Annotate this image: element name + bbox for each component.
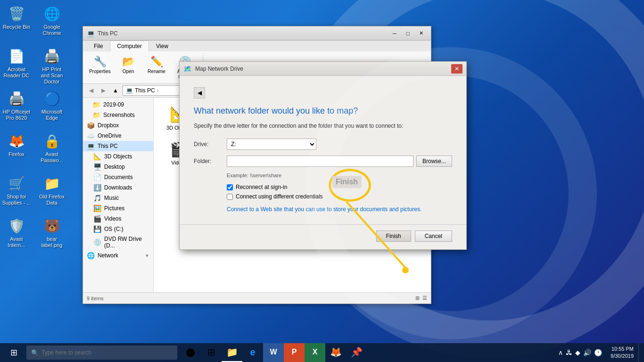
maximize-button[interactable]: □ — [402, 29, 414, 38]
web-link-row: Connect to a Web site that you can use t… — [227, 205, 452, 213]
folder-icon-screenshots: 📁 — [92, 111, 100, 119]
sidebar-item-network[interactable]: 🌐 Network ▼ — [83, 250, 153, 261]
dropbox-icon: 📦 — [87, 122, 95, 129]
desktop-icon-avast-internet[interactable]: 🛡️ Avast Intern... — [0, 214, 33, 257]
desktop-icon-avast[interactable]: 🔒 Avast Passwo... — [35, 130, 68, 172]
dialog-subtext: Specify the drive letter for the connect… — [194, 123, 452, 129]
file-item-pictures[interactable]: 🖼️ Pictures — [385, 102, 426, 133]
ribbon-btn-rename[interactable]: ✏️ Rename — [143, 53, 170, 76]
sidebar-item-documents[interactable]: 📄 Documents — [83, 172, 153, 182]
sidebar-item-music[interactable]: 🎵 Music — [83, 193, 153, 203]
dialog-footer: Finish Cancel — [180, 224, 466, 249]
folder-form-row: Folder: Browse... — [194, 156, 452, 167]
web-site-link[interactable]: Connect to a Web site that you can use t… — [227, 206, 421, 213]
drive-select[interactable]: Z: Y: X: — [227, 139, 316, 150]
taskbar-word[interactable]: W — [263, 343, 284, 362]
sidebar-item-dropbox[interactable]: 📦 Dropbox — [83, 120, 153, 131]
desktop-icon-shop[interactable]: 🛒 Shop for Supplies - ... — [0, 172, 33, 214]
taskbar-firefox[interactable]: 🦊 — [325, 343, 346, 362]
folder-input[interactable] — [227, 156, 413, 167]
onedrive-icon: ☁️ — [87, 132, 95, 140]
folder-icon-2019: 📁 — [92, 101, 100, 108]
desktop-icon-chrome[interactable]: 🌐 Google Chrome — [35, 2, 68, 45]
ribbon-tab-computer[interactable]: Computer — [110, 41, 149, 51]
edge-icon: 🔵 — [42, 89, 61, 108]
tray-chevron[interactable]: ∧ — [558, 349, 563, 356]
tray-dropbox-icon[interactable]: ◆ — [575, 349, 580, 356]
os-c-icon: 💾 — [93, 225, 101, 233]
finish-ghost-label: Finish — [332, 176, 362, 188]
desktop-icon-acrobat[interactable]: 📄 Acrobat Reader DC — [0, 45, 33, 87]
cancel-button[interactable]: Cancel — [415, 230, 452, 242]
taskbar-cortana[interactable]: ⬤ — [180, 343, 201, 362]
map-network-drive-dialog: 🗺️ Map Network Drive ✕ ◀ What network fo… — [179, 61, 467, 250]
dialog-close-button[interactable]: ✕ — [451, 64, 462, 74]
sidebar-item-videos[interactable]: 🎬 Videos — [83, 214, 153, 224]
sidebar-item-3d-objects[interactable]: 📐 3D Objects — [83, 151, 153, 162]
search-input[interactable] — [41, 349, 173, 356]
desktop-icon-nav: 🖥️ — [93, 163, 101, 171]
up-button[interactable]: ▲ — [110, 85, 121, 96]
sidebar: 📁 2019-09 📁 Screenshots 📦 Dropbox ☁️ One… — [83, 98, 154, 292]
list-view-button[interactable]: ⊞ — [415, 295, 420, 301]
show-desktop-button[interactable] — [638, 343, 642, 362]
browse-button[interactable]: Browse... — [416, 156, 452, 167]
sidebar-item-this-pc[interactable]: 💻 This PC — [83, 141, 153, 151]
taskbar-app8[interactable]: 📌 — [346, 343, 367, 362]
status-bar: 9 items ⊞ ☰ — [83, 292, 431, 304]
rename-icon: ✏️ — [150, 56, 163, 68]
desktop-icon-officejet[interactable]: 🖨️ HP Officejet Pro 8620 — [0, 87, 33, 130]
sidebar-item-onedrive[interactable]: ☁️ OneDrive — [83, 131, 153, 141]
sidebar-item-pictures[interactable]: 🖼️ Pictures — [83, 203, 153, 214]
clock[interactable]: 10:55 PM 9/30/2019 — [607, 346, 637, 360]
desktop-icon-edge[interactable]: 🔵 Microsoft Edge — [35, 87, 68, 130]
taskbar-file-explorer[interactable]: 📁 — [222, 343, 242, 362]
ribbon-btn-properties[interactable]: 🔧 Properties — [87, 53, 113, 76]
ribbon-tab-file[interactable]: File — [87, 41, 110, 51]
start-button[interactable]: ⊞ — [2, 343, 25, 362]
officejet-icon: 🖨️ — [7, 89, 26, 108]
dialog-back-button[interactable]: ◀ — [194, 87, 205, 99]
dialog-heading: What network folder would you like to ma… — [194, 106, 452, 116]
music-icon: 🎵 — [93, 194, 101, 202]
tray-volume-icon[interactable]: 🔊 — [583, 349, 591, 356]
ribbon-btn-open[interactable]: 📂 Open — [115, 53, 141, 76]
documents-icon: 📄 — [93, 173, 101, 181]
sidebar-item-screenshots[interactable]: 📁 Screenshots — [83, 110, 153, 120]
desktop-icon-bear-label[interactable]: 🐻 bear label.png — [35, 214, 68, 257]
finish-button[interactable]: Finish — [376, 230, 411, 242]
videos-icon: 🎬 — [93, 215, 101, 222]
taskbar-excel[interactable]: X — [305, 343, 325, 362]
acrobat-icon: 📄 — [7, 47, 26, 66]
taskbar-powerpoint[interactable]: P — [284, 343, 305, 362]
taskbar-edge[interactable]: e — [242, 343, 263, 362]
shop-label: Shop for Supplies - ... — [2, 194, 31, 206]
different-credentials-label: Connect using different credentials — [236, 193, 323, 200]
drive-form-row: Drive: Z: Y: X: — [194, 139, 452, 150]
minimize-button[interactable]: ─ — [388, 29, 401, 38]
sidebar-item-downloads[interactable]: ⬇️ Downloads — [83, 182, 153, 193]
desktop-icon-old-firefox[interactable]: 📁 Old Firefox Data — [35, 172, 68, 214]
sidebar-item-os-c[interactable]: 💾 OS (C:) — [83, 224, 153, 234]
sidebar-item-dvd[interactable]: 💿 DVD RW Drive (D... — [83, 234, 153, 250]
shop-icon: 🛒 — [7, 174, 26, 193]
desktop-icon-recycle-bin[interactable]: 🗑️ Recycle Bin — [0, 2, 33, 45]
tray-datetime-icon[interactable]: 🕐 — [594, 349, 602, 356]
svg-line-0 — [347, 202, 405, 268]
taskbar-task-view[interactable]: ⊞ — [201, 343, 222, 362]
desktop-icon-firefox[interactable]: 🦊 Firefox — [0, 130, 33, 172]
file-item-music[interactable]: 🎵 Music — [339, 102, 381, 133]
dialog-title-text: Map Network Drive — [195, 66, 447, 72]
sidebar-item-desktop[interactable]: 🖥️ Desktop — [83, 162, 153, 172]
close-button[interactable]: ✕ — [415, 29, 427, 38]
tray-network-icon[interactable]: 🖧 — [566, 349, 572, 356]
reconnect-checkbox[interactable] — [227, 184, 233, 190]
back-button[interactable]: ◀ — [86, 85, 96, 96]
desktop-icon-hp[interactable]: 🖨️ HP Print and Scan Doctor — [35, 45, 68, 87]
detail-view-button[interactable]: ☰ — [422, 295, 427, 301]
search-bar[interactable]: 🔍 — [26, 346, 177, 360]
ribbon-tab-view[interactable]: View — [149, 41, 175, 51]
forward-button[interactable]: ▶ — [98, 85, 108, 96]
different-credentials-checkbox[interactable] — [227, 194, 233, 200]
sidebar-item-2019-09[interactable]: 📁 2019-09 — [83, 99, 153, 110]
